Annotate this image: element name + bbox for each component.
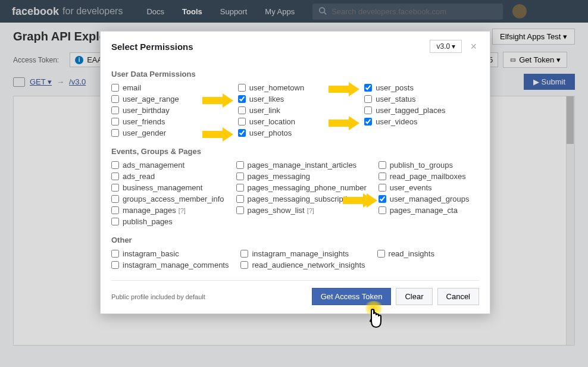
- perm-user_birthday[interactable]: user_birthday: [111, 106, 226, 115]
- perm-user_friends[interactable]: user_friends: [111, 117, 226, 126]
- perm-pages_show_list[interactable]: pages_show_list[?]: [236, 206, 367, 215]
- perm-checkbox[interactable]: [238, 95, 246, 103]
- modal-title: Select Permissions: [111, 42, 430, 52]
- perm-checkbox[interactable]: [379, 172, 386, 180]
- perm-column: instagram_manage_insightsread_audience_n…: [240, 249, 365, 272]
- perm-label: pages_manage_cta: [390, 206, 458, 215]
- perm-label: user_hometown: [249, 83, 305, 92]
- perm-checkbox[interactable]: [111, 106, 119, 114]
- perm-label: pages_manage_instant_articles: [248, 161, 357, 170]
- perm-pages_messaging_phone_number[interactable]: pages_messaging_phone_number: [236, 183, 367, 192]
- perm-checkbox[interactable]: [111, 84, 119, 92]
- perm-read_audience_network_insights[interactable]: read_audience_network_insights: [240, 261, 365, 269]
- perm-label: user_age_range: [123, 95, 179, 103]
- perm-checkbox[interactable]: [111, 195, 119, 203]
- perm-checkbox[interactable]: [379, 161, 386, 169]
- perm-user_events[interactable]: user_events: [379, 183, 479, 192]
- perm-checkbox[interactable]: [238, 118, 246, 126]
- perm-label: user_videos: [376, 117, 417, 126]
- perm-instagram_basic[interactable]: instagram_basic: [111, 249, 229, 258]
- help-icon[interactable]: [?]: [179, 207, 186, 214]
- perm-checkbox[interactable]: [111, 184, 119, 192]
- perm-checkbox[interactable]: [379, 195, 386, 203]
- perm-column: user_postsuser_statususer_tagged_placesu…: [364, 83, 479, 140]
- perm-checkbox[interactable]: [236, 206, 244, 214]
- section-heading: Events, Groups & Pages: [111, 147, 479, 156]
- perm-user_link[interactable]: user_link: [238, 106, 353, 115]
- perm-checkbox[interactable]: [111, 218, 119, 225]
- modal-body: User Data Permissionsemailuser_age_range…: [101, 59, 490, 313]
- perm-columns: instagram_basicinstagram_manage_comments…: [111, 249, 479, 272]
- get-access-token-button[interactable]: Get Access Token: [312, 288, 392, 305]
- perm-checkbox[interactable]: [111, 129, 119, 137]
- perm-label: publish_to_groups: [390, 161, 453, 170]
- perm-label: pages_messaging_subscriptions: [248, 195, 360, 203]
- close-icon[interactable]: ×: [468, 40, 479, 53]
- perm-checkbox[interactable]: [111, 95, 119, 103]
- perm-checkbox[interactable]: [236, 184, 244, 192]
- perm-checkbox[interactable]: [111, 206, 119, 214]
- perm-column: read_insights: [377, 249, 479, 272]
- perm-checkbox[interactable]: [238, 106, 246, 114]
- perm-column: pages_manage_instant_articlespages_messa…: [236, 161, 367, 228]
- perm-checkbox[interactable]: [236, 195, 244, 203]
- perm-checkbox[interactable]: [236, 161, 244, 169]
- perm-publish_to_groups[interactable]: publish_to_groups: [379, 161, 479, 170]
- perm-checkbox[interactable]: [236, 172, 244, 180]
- perm-checkbox[interactable]: [364, 95, 372, 103]
- perm-label: user_birthday: [123, 106, 170, 115]
- perm-user_videos[interactable]: user_videos: [364, 117, 479, 126]
- perm-user_status[interactable]: user_status: [364, 95, 479, 103]
- perm-publish_pages[interactable]: publish_pages: [111, 217, 224, 226]
- perm-read_page_mailboxes[interactable]: read_page_mailboxes: [379, 172, 479, 181]
- perm-columns: emailuser_age_rangeuser_birthdayuser_fri…: [111, 83, 479, 140]
- perm-columns: ads_managementads_readbusiness_managemen…: [111, 161, 479, 228]
- perm-user_location[interactable]: user_location: [238, 117, 353, 126]
- perm-label: instagram_manage_insights: [252, 249, 349, 258]
- perm-read_insights[interactable]: read_insights: [377, 249, 479, 258]
- perm-manage_pages[interactable]: manage_pages[?]: [111, 206, 224, 215]
- perm-label: user_likes: [249, 95, 284, 103]
- perm-checkbox[interactable]: [111, 261, 119, 269]
- perm-ads_read[interactable]: ads_read: [111, 172, 224, 181]
- perm-user_likes[interactable]: user_likes: [238, 95, 353, 103]
- perm-ads_management[interactable]: ads_management: [111, 161, 224, 170]
- perm-pages_messaging[interactable]: pages_messaging: [236, 172, 367, 181]
- perm-checkbox[interactable]: [111, 172, 119, 180]
- perm-pages_messaging_subscriptions[interactable]: pages_messaging_subscriptions: [236, 195, 367, 203]
- modal-header: Select Permissions v3.0 ▾ ×: [101, 32, 490, 59]
- perm-pages_manage_instant_articles[interactable]: pages_manage_instant_articles: [236, 161, 367, 170]
- perm-checkbox[interactable]: [364, 106, 372, 114]
- perm-checkbox[interactable]: [379, 184, 386, 192]
- perm-checkbox[interactable]: [238, 84, 246, 92]
- clear-button[interactable]: Clear: [396, 288, 432, 305]
- perm-checkbox[interactable]: [364, 84, 372, 92]
- perm-groups_access_member_info[interactable]: groups_access_member_info: [111, 195, 224, 203]
- perm-user_gender[interactable]: user_gender: [111, 128, 226, 137]
- perm-instagram_manage_comments[interactable]: instagram_manage_comments: [111, 261, 229, 269]
- perm-label: user_tagged_places: [376, 106, 445, 115]
- perm-checkbox[interactable]: [111, 161, 119, 169]
- perm-checkbox[interactable]: [111, 250, 119, 258]
- perm-user_photos[interactable]: user_photos: [238, 128, 353, 137]
- perm-user_managed_groups[interactable]: user_managed_groups: [379, 195, 479, 203]
- perm-user_age_range[interactable]: user_age_range: [111, 95, 226, 103]
- perm-checkbox[interactable]: [379, 206, 386, 214]
- help-icon[interactable]: [?]: [307, 207, 314, 214]
- perm-checkbox[interactable]: [238, 129, 246, 137]
- perm-user_hometown[interactable]: user_hometown: [238, 83, 353, 92]
- perm-checkbox[interactable]: [364, 118, 372, 126]
- version-select[interactable]: v3.0 ▾: [430, 40, 462, 53]
- cancel-button[interactable]: Cancel: [437, 288, 479, 305]
- perm-pages_manage_cta[interactable]: pages_manage_cta: [379, 206, 479, 215]
- perm-business_management[interactable]: business_management: [111, 183, 224, 192]
- perm-checkbox[interactable]: [377, 250, 385, 258]
- perm-email[interactable]: email: [111, 83, 226, 92]
- perm-user_posts[interactable]: user_posts: [364, 83, 479, 92]
- perm-instagram_manage_insights[interactable]: instagram_manage_insights: [240, 249, 365, 258]
- perm-checkbox[interactable]: [240, 250, 248, 258]
- perm-label: user_managed_groups: [390, 195, 470, 203]
- perm-checkbox[interactable]: [111, 118, 119, 126]
- perm-user_tagged_places[interactable]: user_tagged_places: [364, 106, 479, 115]
- perm-checkbox[interactable]: [240, 261, 248, 269]
